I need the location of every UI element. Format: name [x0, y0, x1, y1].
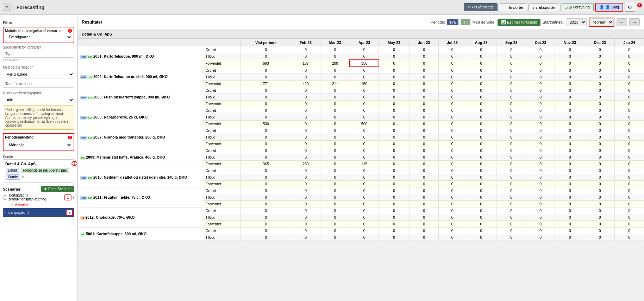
cell-may[interactable]: 0 [379, 141, 409, 147]
cell-may[interactable]: 0 [379, 101, 409, 107]
cell-aug[interactable]: 0 [466, 81, 496, 87]
cell-jun[interactable]: 0 [409, 81, 438, 87]
scenario-2-item[interactable]: • Langsigtet, til 2 [3, 208, 74, 217]
cell-jun[interactable]: 0 [409, 141, 438, 147]
cell-aug[interactable]: 0 [466, 201, 496, 207]
cell-jan24[interactable]: 0 [615, 221, 644, 228]
cell-apr[interactable]: 500 [350, 121, 379, 127]
search-input[interactable] [3, 50, 74, 58]
cell-sep[interactable]: 0 [496, 221, 526, 228]
ga-tilbage-button[interactable]: ↩ ↩ Gå tilbage [464, 3, 498, 11]
cell-feb[interactable]: 0 [291, 121, 320, 127]
cell-feb[interactable]: 0 [291, 201, 320, 207]
cell-mar[interactable]: 0 [320, 161, 350, 167]
cell-jul[interactable]: 0 [439, 81, 466, 87]
cell-jun[interactable]: 0 [409, 201, 438, 207]
cell-vis[interactable]: 0 [241, 181, 291, 187]
cell-apr[interactable]: 0 [350, 181, 379, 187]
cell-may[interactable]: 0 [379, 121, 409, 127]
cell-feb[interactable]: 137 [291, 60, 320, 67]
cell-jan24[interactable]: 0 [615, 161, 644, 167]
cell-feb[interactable]: 250 [291, 161, 320, 167]
cell-dec[interactable]: 0 [585, 121, 615, 127]
cell-nov[interactable]: 0 [555, 141, 585, 147]
eksporter-button[interactable]: ↓ ↓ Eksportér [529, 4, 559, 11]
year-select[interactable]: 2023 [566, 18, 587, 26]
highlighted-forecast-cell[interactable]: 356 [350, 60, 379, 67]
partner-search-input[interactable] [3, 80, 74, 88]
prev-period-button[interactable]: ← [617, 18, 627, 26]
fra-dropdown[interactable]: Fra [447, 19, 459, 25]
cell-jul[interactable]: 0 [439, 121, 466, 127]
cell-apr[interactable]: 0 [350, 221, 379, 228]
cell-sep[interactable]: 0 [496, 161, 526, 167]
cell-dec[interactable]: 0 [585, 201, 615, 207]
period-select[interactable]: Månedlig [5, 141, 72, 149]
cell-oct[interactable]: 0 [526, 121, 555, 127]
cell-dec[interactable]: 0 [585, 81, 615, 87]
cell-mar[interactable]: 0 [320, 121, 350, 127]
cell-jan24[interactable]: 0 [615, 201, 644, 207]
cell-aug[interactable]: 0 [466, 161, 496, 167]
cell-oct[interactable]: 0 [526, 141, 555, 147]
cell-mar[interactable]: 200 [320, 60, 350, 67]
cell-jan24[interactable]: 0 [615, 81, 644, 87]
cell-jul[interactable]: 0 [439, 201, 466, 207]
cell-vis[interactable]: 0 [241, 201, 291, 207]
cell-mar[interactable]: 0 [320, 181, 350, 187]
cell-sep[interactable]: 0 [496, 121, 526, 127]
cell-jul[interactable]: 0 [439, 60, 466, 67]
cell-aug[interactable]: 0 [466, 101, 496, 107]
estimer-forecasts-button[interactable]: 📊 Estimér forecasts [498, 19, 540, 26]
cell-oct[interactable]: 0 [526, 81, 555, 87]
cell-apr[interactable]: 0 [350, 201, 379, 207]
cell-mar[interactable]: 0 [320, 221, 350, 228]
cell-feb[interactable]: 0 [291, 221, 320, 228]
cell-aug[interactable]: 0 [466, 141, 496, 147]
cell-jun[interactable]: 0 [409, 181, 438, 187]
cell-dec[interactable]: 0 [585, 60, 615, 67]
cell-may[interactable]: 0 [379, 221, 409, 228]
cell-may[interactable]: 0 [379, 181, 409, 187]
cell-feb[interactable]: 410 [291, 81, 320, 87]
cell-jun[interactable]: 0 [409, 161, 438, 167]
cell-nov[interactable]: 0 [555, 181, 585, 187]
cell-jan24[interactable]: 0 [615, 121, 644, 127]
cell-vis[interactable]: 0 [241, 101, 291, 107]
cell-apr[interactable]: 115 [350, 161, 379, 167]
cell-dec[interactable]: 0 [585, 181, 615, 187]
cell-jul[interactable]: 0 [439, 101, 466, 107]
cell-mar[interactable]: 0 [320, 141, 350, 147]
cell-vis[interactable]: 0 [241, 141, 291, 147]
reorder-select[interactable]: Alle [3, 96, 74, 104]
cell-aug[interactable]: 0 [466, 181, 496, 187]
cell-aug[interactable]: 0 [466, 221, 496, 228]
cell-vis[interactable]: 500 [241, 121, 291, 127]
cell-nov[interactable]: 0 [555, 221, 585, 228]
cell-sep[interactable]: 0 [496, 181, 526, 187]
cell-jun[interactable]: 0 [409, 221, 438, 228]
cell-may[interactable]: 0 [379, 201, 409, 207]
forsyning-button[interactable]: ⊞ ⊞ Forsyning [561, 3, 594, 11]
cell-aug[interactable]: 0 [466, 60, 496, 67]
cell-oct[interactable]: 0 [526, 221, 555, 228]
settings-button[interactable]: ⚙ [625, 3, 635, 12]
cell-dec[interactable]: 0 [585, 221, 615, 228]
cell-sep[interactable]: 0 [496, 201, 526, 207]
salg-button[interactable]: 👤 👤 Salg [595, 3, 623, 12]
cell-oct[interactable]: 0 [526, 161, 555, 167]
cell-jul[interactable]: 0 [439, 141, 466, 147]
cell-jun[interactable]: 0 [409, 60, 438, 67]
cell-apr[interactable]: 0 [350, 101, 379, 107]
cell-nov[interactable]: 0 [555, 161, 585, 167]
cell-vis[interactable]: 365 [241, 161, 291, 167]
cell-jan24[interactable]: 0 [615, 101, 644, 107]
cell-jan24[interactable]: 0 [615, 181, 644, 187]
cell-vis[interactable]: 693 [241, 60, 291, 67]
cell-oct[interactable]: 0 [526, 60, 555, 67]
cell-nov[interactable]: 0 [555, 60, 585, 67]
cell-aug[interactable]: 0 [466, 121, 496, 127]
cell-vis[interactable]: 771 [241, 81, 291, 87]
cell-mar[interactable]: 0 [320, 201, 350, 207]
cell-may[interactable]: 0 [379, 81, 409, 87]
